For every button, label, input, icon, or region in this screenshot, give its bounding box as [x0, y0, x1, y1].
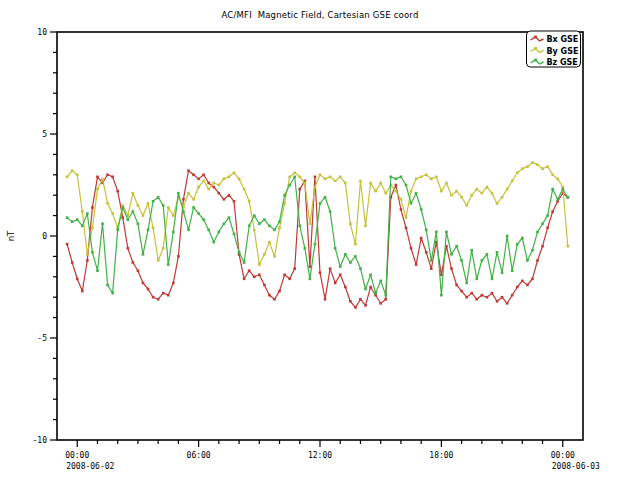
series-marker-bx	[288, 278, 291, 281]
series-marker-bz	[374, 292, 377, 295]
series-marker-bz	[197, 212, 200, 215]
x-date-label: 2008-06-03	[552, 462, 600, 471]
series-marker-by	[450, 194, 453, 197]
series-marker-by	[137, 204, 140, 207]
series-marker-bx	[501, 296, 504, 299]
series-marker-bx	[506, 302, 509, 305]
series-marker-bz	[390, 176, 393, 179]
series-marker-by	[501, 196, 504, 199]
series-marker-by	[223, 178, 226, 181]
series-marker-bx	[511, 294, 514, 297]
series-marker-bx	[81, 290, 84, 293]
series-marker-bz	[304, 247, 307, 250]
y-tick-label: 10	[37, 28, 47, 37]
series-marker-bz	[248, 225, 251, 228]
series-marker-bz	[263, 218, 266, 221]
series-line-bx	[67, 171, 568, 308]
series-marker-bx	[157, 298, 160, 301]
series-marker-bx	[167, 294, 170, 297]
series-marker-bz	[324, 196, 327, 199]
series-marker-by	[101, 178, 104, 181]
series-marker-bz	[567, 196, 570, 199]
series-marker-bz	[298, 225, 301, 228]
legend-label: By GSE	[547, 47, 579, 56]
series-marker-bz	[339, 265, 342, 268]
series-marker-bz	[86, 212, 89, 215]
series-marker-bz	[106, 284, 109, 287]
series-marker-bx	[71, 261, 74, 264]
x-tick-label: 12:00	[308, 451, 332, 460]
series-marker-bx	[223, 198, 226, 201]
series-marker-bx	[334, 282, 337, 285]
series-marker-bx	[379, 302, 382, 305]
series-marker-bz	[182, 210, 185, 213]
series-marker-bx	[324, 298, 327, 301]
series-marker-bx	[486, 296, 489, 299]
series-marker-bx	[309, 265, 312, 268]
series-marker-bz	[546, 214, 549, 217]
series-marker-by	[197, 186, 200, 189]
series-marker-bz	[187, 229, 190, 232]
series-marker-bz	[410, 202, 413, 205]
series-marker-bx	[177, 255, 180, 258]
series-marker-bx	[263, 284, 266, 287]
y-tick-label: 5	[42, 130, 47, 139]
plot-frame	[57, 32, 583, 440]
series-marker-by	[238, 178, 241, 181]
series-marker-bz	[71, 220, 74, 223]
series-marker-bz	[116, 229, 119, 232]
series-marker-bx	[496, 300, 499, 303]
series-marker-bx	[531, 278, 534, 281]
series-marker-by	[309, 222, 312, 225]
series-marker-by	[369, 182, 372, 185]
series-marker-bz	[354, 255, 357, 258]
plot-window: AC/MFI Magnetic Field, Cartesian GSE coo…	[0, 0, 640, 480]
series-marker-bx	[349, 300, 352, 303]
series-marker-by	[354, 243, 357, 246]
series-marker-bz	[470, 249, 473, 252]
series-marker-by	[567, 245, 570, 248]
series-marker-bx	[344, 286, 347, 289]
series-marker-bx	[369, 286, 372, 289]
y-tick-label: -10	[33, 436, 48, 445]
series-marker-by	[172, 214, 175, 217]
series-marker-bx	[526, 284, 529, 287]
series-marker-bz	[96, 269, 99, 272]
series-marker-bx	[268, 294, 271, 297]
series-marker-bx	[395, 184, 398, 187]
series-marker-bz	[445, 231, 448, 234]
series-marker-bz	[314, 243, 317, 246]
series-marker-bx	[202, 174, 205, 177]
series-marker-bx	[273, 298, 276, 301]
series-marker-bz	[172, 231, 175, 234]
series-marker-bx	[536, 259, 539, 262]
series-marker-bx	[197, 178, 200, 181]
series-marker-bx	[551, 210, 554, 213]
series-marker-bz	[167, 263, 170, 266]
series-marker-by	[460, 196, 463, 199]
series-marker-bz	[420, 208, 423, 211]
series-marker-bx	[137, 269, 140, 272]
series-marker-by	[526, 165, 529, 168]
series-marker-by	[334, 180, 337, 183]
series-marker-bz	[460, 259, 463, 262]
series-marker-bz	[228, 216, 231, 219]
series-marker-bz	[501, 271, 504, 274]
series-marker-bx	[162, 292, 165, 295]
series-marker-by	[435, 176, 438, 179]
series-marker-by	[273, 255, 276, 258]
series-marker-bx	[152, 296, 155, 299]
series-marker-by	[506, 188, 509, 191]
series-marker-bx	[278, 290, 281, 293]
series-marker-bx	[450, 267, 453, 270]
series-marker-bx	[258, 273, 261, 276]
series-marker-by	[152, 227, 155, 230]
series-marker-bz	[207, 229, 210, 232]
series-marker-by	[167, 206, 170, 209]
series-marker-bz	[258, 222, 261, 225]
series-marker-by	[263, 253, 266, 256]
series-marker-bz	[142, 253, 145, 256]
series-marker-bz	[121, 206, 124, 209]
series-marker-by	[521, 167, 524, 170]
series-marker-by	[395, 190, 398, 193]
